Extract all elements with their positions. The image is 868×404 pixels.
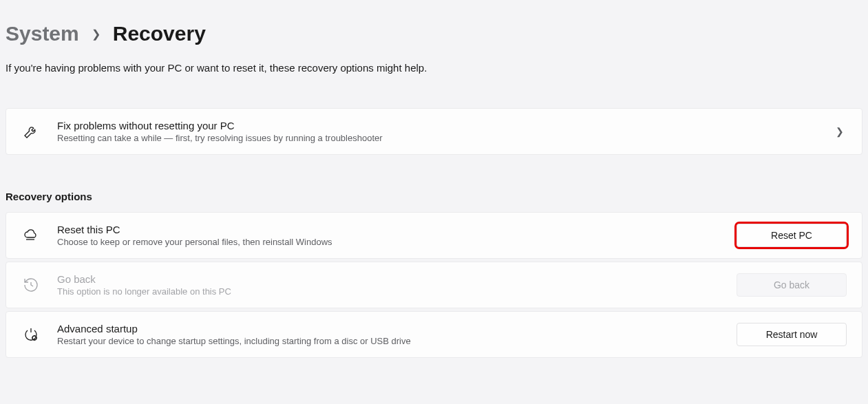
cloud-reset-icon: [21, 226, 41, 245]
reset-pc-card: Reset this PC Choose to keep or remove y…: [6, 212, 862, 259]
go-back-button: Go back: [737, 273, 847, 297]
wrench-icon: [21, 122, 41, 141]
advanced-startup-desc: Restart your device to change startup se…: [57, 336, 720, 346]
intro-text: If you're having problems with your PC o…: [6, 62, 862, 74]
section-heading: Recovery options: [6, 191, 862, 202]
reset-pc-desc: Choose to keep or remove your personal f…: [57, 237, 720, 247]
history-icon: [21, 275, 41, 295]
troubleshoot-title: Fix problems without resetting your PC: [57, 120, 819, 131]
troubleshoot-desc: Resetting can take a while — first, try …: [57, 133, 819, 143]
advanced-startup-title: Advanced startup: [57, 323, 720, 334]
chevron-right-icon: ❯: [836, 126, 847, 137]
power-gear-icon: [21, 325, 41, 344]
advanced-startup-card: Advanced startup Restart your device to …: [6, 311, 862, 358]
chevron-right-icon: ❯: [92, 28, 100, 41]
go-back-card: Go back This option is no longer availab…: [6, 262, 862, 308]
breadcrumb-current: Recovery: [113, 22, 206, 45]
troubleshoot-card[interactable]: Fix problems without resetting your PC R…: [6, 108, 862, 155]
breadcrumb: System ❯ Recovery: [6, 22, 862, 45]
breadcrumb-parent[interactable]: System: [6, 22, 79, 45]
reset-pc-title: Reset this PC: [57, 224, 720, 235]
go-back-title: Go back: [57, 273, 720, 285]
restart-now-button[interactable]: Restart now: [737, 323, 847, 346]
reset-pc-button[interactable]: Reset PC: [737, 224, 847, 247]
go-back-desc: This option is no longer available on th…: [57, 286, 720, 297]
